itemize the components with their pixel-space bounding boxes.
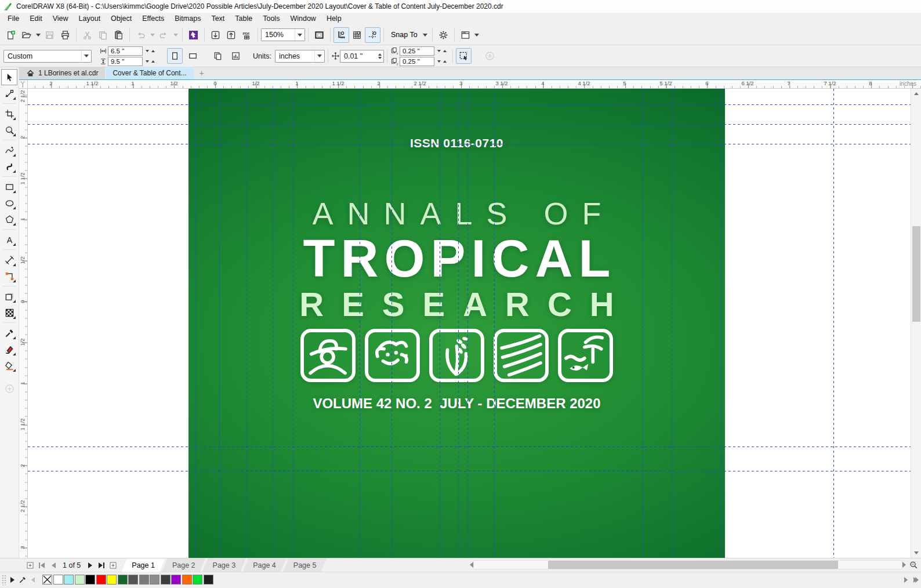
vertical-guideline[interactable] xyxy=(360,89,360,558)
page-height-field-spinner[interactable] xyxy=(143,57,158,66)
menu-view[interactable]: View xyxy=(48,13,74,25)
apply-size-all-pages-button[interactable] xyxy=(210,48,226,64)
print-button[interactable] xyxy=(57,27,73,43)
text-tool[interactable]: A xyxy=(1,231,17,248)
vertical-scrollbar[interactable] xyxy=(911,89,921,558)
scroll-down-arrow[interactable] xyxy=(911,548,921,558)
next-page-button[interactable] xyxy=(84,560,96,571)
color-swatch[interactable] xyxy=(193,575,202,585)
vertical-guideline[interactable] xyxy=(494,89,495,558)
horizontal-ruler[interactable]: inches 21 1/211/201/211 1/222 1/233 1/24… xyxy=(28,80,921,89)
menu-table[interactable]: Table xyxy=(230,13,258,25)
new-document-tab-button[interactable]: + xyxy=(194,67,209,79)
previous-page-button[interactable] xyxy=(48,560,59,571)
zoom-levels-dropdown[interactable] xyxy=(295,29,304,41)
drawing-canvas[interactable]: ISSN 0116-0710 ANNALS OF TROPICAL RESEAR… xyxy=(28,89,911,558)
last-page-button[interactable] xyxy=(96,560,107,571)
cover-page[interactable]: ISSN 0116-0710 ANNALS OF TROPICAL RESEAR… xyxy=(188,89,725,558)
vertical-guideline[interactable] xyxy=(246,89,247,558)
menu-effects[interactable]: Effects xyxy=(137,13,169,25)
page-size-preset-dropdown[interactable] xyxy=(81,50,91,62)
menu-layout[interactable]: Layout xyxy=(74,13,106,25)
page-tab-5[interactable]: Page 5 xyxy=(283,558,327,572)
treat-as-filled-button[interactable] xyxy=(456,48,472,64)
polygon-tool[interactable] xyxy=(1,211,17,227)
horizontal-guideline[interactable] xyxy=(28,124,911,125)
color-swatch[interactable] xyxy=(204,575,213,585)
new-document-button[interactable] xyxy=(3,27,19,43)
drop-shadow-tool[interactable] xyxy=(1,288,17,304)
horizontal-scroll-thumb[interactable] xyxy=(548,561,838,569)
first-page-button[interactable] xyxy=(36,560,48,571)
artistic-media-tool[interactable] xyxy=(1,158,17,175)
page-width-field[interactable]: 6.5 " xyxy=(108,46,143,56)
menu-object[interactable]: Object xyxy=(106,13,137,25)
window-layout-button[interactable] xyxy=(458,27,473,43)
duplicate-x-field[interactable]: 0.25 " xyxy=(400,46,434,56)
rectangle-tool[interactable] xyxy=(1,179,17,195)
color-swatch[interactable] xyxy=(118,575,128,585)
horizontal-guideline[interactable] xyxy=(28,144,911,144)
color-swatch[interactable] xyxy=(107,575,117,585)
scroll-right-arrow[interactable] xyxy=(902,562,906,568)
show-rulers-button[interactable] xyxy=(333,27,349,43)
palette-drag-handle[interactable] xyxy=(2,575,6,585)
export-button[interactable] xyxy=(223,27,239,43)
menu-file[interactable]: File xyxy=(2,13,24,25)
crop-tool[interactable] xyxy=(1,106,17,122)
units-dropdown[interactable] xyxy=(314,50,324,62)
connector-tool[interactable] xyxy=(1,268,17,284)
color-swatch[interactable] xyxy=(53,575,63,585)
vertical-guideline[interactable] xyxy=(391,89,392,558)
no-color-swatch[interactable] xyxy=(42,575,52,585)
page-size-preset-combobox[interactable]: Custom xyxy=(3,50,92,63)
color-swatch[interactable] xyxy=(171,575,181,585)
open-dropdown[interactable] xyxy=(34,27,42,43)
shape-tool[interactable] xyxy=(1,85,17,101)
page-tab-3[interactable]: Page 3 xyxy=(202,558,246,572)
ellipse-tool[interactable] xyxy=(1,195,17,211)
redo-button[interactable] xyxy=(156,27,172,43)
vertical-guideline[interactable] xyxy=(293,89,293,558)
undo-button[interactable] xyxy=(133,27,148,43)
color-swatch[interactable] xyxy=(85,575,95,585)
page-tab-4[interactable]: Page 4 xyxy=(242,558,287,572)
cut-button[interactable] xyxy=(79,27,95,43)
color-swatch[interactable] xyxy=(161,575,171,585)
options-button[interactable] xyxy=(436,27,451,43)
customize-toolbox[interactable] xyxy=(1,380,17,397)
save-button[interactable] xyxy=(42,27,57,43)
color-swatch[interactable] xyxy=(64,575,74,585)
horizontal-scrollbar[interactable] xyxy=(470,559,906,571)
publish-to-pdf-button[interactable]: PDF xyxy=(239,27,255,43)
smart-fill-tool[interactable] xyxy=(1,357,17,373)
menu-help[interactable]: Help xyxy=(321,13,347,25)
color-eyedropper-tool[interactable] xyxy=(1,325,17,341)
application-launcher-button[interactable] xyxy=(186,27,201,43)
freehand-tool[interactable] xyxy=(1,142,17,158)
add-page-end-button[interactable] xyxy=(107,560,119,571)
palette-scroll-left-button[interactable] xyxy=(28,574,38,586)
vertical-guideline[interactable] xyxy=(440,89,440,558)
add-page-start-button[interactable] xyxy=(24,560,36,571)
import-button[interactable] xyxy=(208,27,223,43)
show-grid-button[interactable] xyxy=(349,27,365,43)
apply-size-current-page-button[interactable] xyxy=(228,48,244,64)
duplicate-y-field[interactable]: 0.25 " xyxy=(400,57,434,66)
palette-expand-button[interactable] xyxy=(913,577,919,583)
pick-tool[interactable] xyxy=(1,69,17,85)
scroll-up-arrow[interactable] xyxy=(911,89,921,99)
page-width-field-spinner[interactable] xyxy=(143,46,158,56)
color-swatch[interactable] xyxy=(128,575,138,585)
color-swatch[interactable] xyxy=(182,575,192,585)
paste-button[interactable] xyxy=(111,27,126,43)
vertical-scroll-thumb[interactable] xyxy=(912,226,920,322)
document-tab-2[interactable]: Cover & Table of Cont... xyxy=(106,67,193,79)
full-screen-preview-button[interactable] xyxy=(311,27,327,43)
duplicate-x-field-spinner[interactable] xyxy=(434,46,449,56)
dimension-tool[interactable] xyxy=(1,252,17,268)
open-button[interactable] xyxy=(19,27,34,43)
portrait-orientation-button[interactable] xyxy=(167,48,183,64)
menu-window[interactable]: Window xyxy=(285,13,321,25)
vertical-guideline[interactable] xyxy=(643,89,643,558)
